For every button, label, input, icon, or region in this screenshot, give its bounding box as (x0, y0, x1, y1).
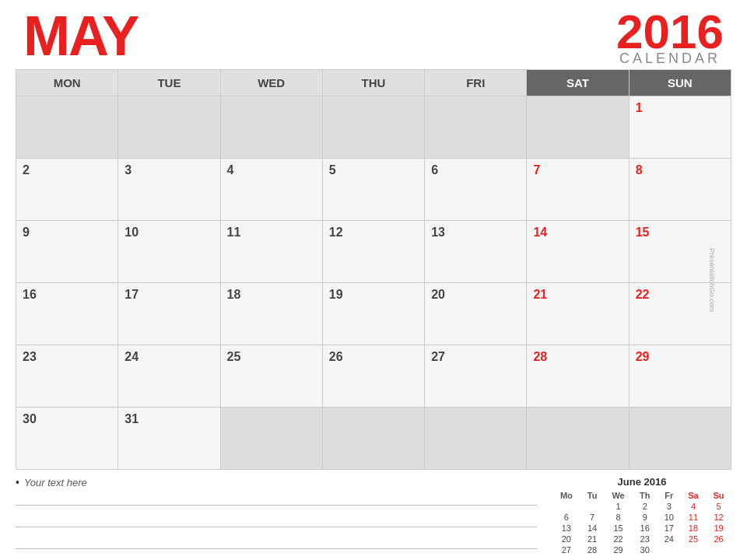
mini-day: 8 (604, 512, 632, 523)
calendar-day: 24 (118, 345, 220, 408)
mini-day: 24 (658, 534, 681, 544)
mini-day: 21 (580, 534, 605, 544)
calendar-day (425, 96, 527, 159)
year-block: 2016 CALENDAR (616, 8, 724, 65)
calendar-table: MON TUE WED THU FRI SAT SUN 123456789101… (16, 69, 731, 470)
calendar-week-5: 3031 (16, 408, 731, 470)
calendar-day: 5 (322, 159, 424, 221)
mini-day: 27 (552, 544, 580, 555)
calendar-day: 18 (220, 283, 322, 345)
calendar-week-4: 23242526272829 (16, 345, 731, 408)
mini-header-we: We (604, 490, 632, 501)
mini-cal-table: MoTuWeThFrSaSu 1234567891011121314151617… (552, 490, 731, 555)
mini-day: 26 (706, 534, 731, 544)
notes-section: • Your text here (16, 476, 552, 557)
calendar-day (16, 96, 118, 159)
calendar-week-3: 16171819202122 (16, 283, 731, 345)
mini-day (580, 501, 605, 512)
mini-day: 16 (633, 523, 658, 534)
calendar-day (322, 408, 424, 470)
mini-day: 10 (658, 512, 681, 523)
calendar-wrapper: MON TUE WED THU FRI SAT SUN 123456789101… (0, 69, 747, 470)
calendar-day (322, 96, 424, 159)
header-sat: SAT (527, 70, 629, 96)
mini-week-3: 20212223242526 (552, 534, 731, 544)
mini-day: 2 (633, 501, 658, 512)
header-fri: FRI (425, 70, 527, 96)
header-thu: THU (322, 70, 424, 96)
notes-item: • Your text here (16, 476, 537, 488)
year-number: 2016 (616, 8, 724, 56)
calendar-day: 13 (425, 221, 527, 283)
mini-header-su: Su (706, 490, 731, 501)
footer: • Your text here June 2016 MoTuWeThFrSaS… (0, 470, 747, 557)
calendar-body: 1234567891011121314151617181920212223242… (16, 96, 731, 470)
weekday-header-row: MON TUE WED THU FRI SAT SUN (16, 70, 731, 96)
calendar-day: 9 (16, 221, 118, 283)
calendar-day: 10 (118, 221, 220, 283)
mini-week-0: 12345 (552, 501, 731, 512)
mini-day: 18 (681, 523, 706, 534)
calendar-day: 2 (16, 159, 118, 221)
mini-day: 29 (604, 544, 632, 555)
calendar-label: CALENDAR (616, 51, 724, 65)
mini-day: 7 (580, 512, 605, 523)
calendar-day (527, 96, 629, 159)
mini-header-mo: Mo (552, 490, 580, 501)
calendar-day: 23 (16, 345, 118, 408)
mini-day: 6 (552, 512, 580, 523)
calendar-day: 4 (220, 159, 322, 221)
mini-day: 11 (681, 512, 706, 523)
mini-day (658, 544, 681, 555)
calendar-day: 12 (322, 221, 424, 283)
mini-day: 9 (633, 512, 658, 523)
header-tue: TUE (118, 70, 220, 96)
calendar-day: 17 (118, 283, 220, 345)
mini-day: 14 (580, 523, 605, 534)
mini-week-2: 13141516171819 (552, 523, 731, 534)
page-header: MAY 2016 CALENDAR (0, 0, 747, 69)
calendar-day: 26 (322, 345, 424, 408)
notes-line-2 (16, 513, 537, 527)
calendar-day: 11 (220, 221, 322, 283)
calendar-day: 8 (629, 159, 731, 221)
calendar-day: 25 (220, 345, 322, 408)
bullet-icon: • (16, 476, 19, 488)
notes-line-3 (16, 535, 537, 549)
month-title: MAY (23, 8, 138, 64)
calendar-day: 14 (527, 221, 629, 283)
mini-cal-body: 1234567891011121314151617181920212223242… (552, 501, 731, 555)
calendar-day (220, 408, 322, 470)
mini-day: 12 (706, 512, 731, 523)
calendar-week-1: 2345678 (16, 159, 731, 221)
calendar-day: 30 (16, 408, 118, 470)
calendar-day: 16 (16, 283, 118, 345)
notes-line-1 (16, 492, 537, 506)
header-wed: WED (220, 70, 322, 96)
calendar-day (527, 408, 629, 470)
calendar-day: 20 (425, 283, 527, 345)
mini-day: 20 (552, 534, 580, 544)
mini-day: 28 (580, 544, 605, 555)
mini-calendar: June 2016 MoTuWeThFrSaSu 123456789101112… (552, 476, 731, 555)
calendar-day: 1 (629, 96, 731, 159)
mini-day: 23 (633, 534, 658, 544)
mini-day: 19 (706, 523, 731, 534)
calendar-day: 31 (118, 408, 220, 470)
calendar-week-2: 9101112131415 (16, 221, 731, 283)
calendar-day: 6 (425, 159, 527, 221)
calendar-day: 19 (322, 283, 424, 345)
mini-day: 4 (681, 501, 706, 512)
calendar-day: 29 (629, 345, 731, 408)
calendar-day (425, 408, 527, 470)
calendar-week-0: 1 (16, 96, 731, 159)
mini-header-sa: Sa (681, 490, 706, 501)
mini-day: 22 (604, 534, 632, 544)
mini-header-fr: Fr (658, 490, 681, 501)
calendar-day (118, 96, 220, 159)
mini-day: 30 (633, 544, 658, 555)
header-sun: SUN (629, 70, 731, 96)
mini-day: 1 (604, 501, 632, 512)
mini-day: 13 (552, 523, 580, 534)
mini-header-row: MoTuWeThFrSaSu (552, 490, 731, 501)
